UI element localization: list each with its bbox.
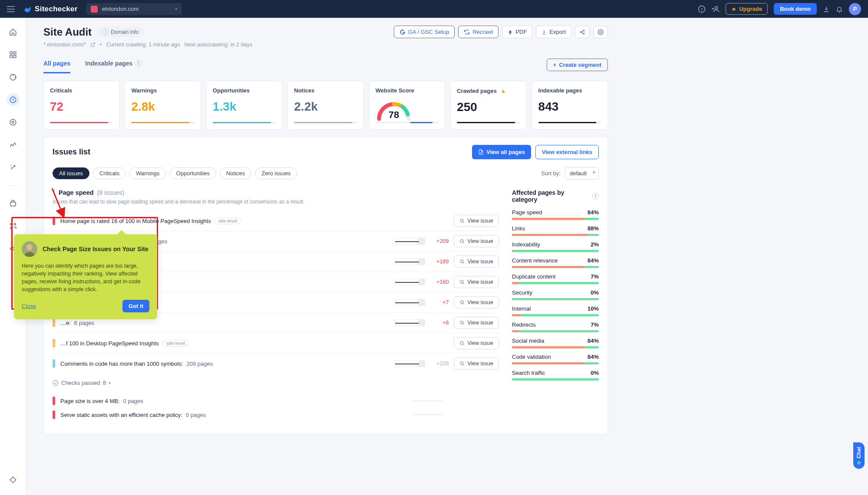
chevron-down-icon: ▾ bbox=[109, 380, 111, 385]
svg-point-10 bbox=[12, 121, 14, 124]
export-label: Export bbox=[549, 29, 566, 35]
sidebar-dashboard-icon[interactable] bbox=[7, 48, 20, 61]
sidebar-tracker-icon[interactable] bbox=[7, 71, 20, 84]
sparkline bbox=[395, 299, 425, 306]
sidebar-diamond-icon[interactable] bbox=[7, 473, 20, 486]
sidebar-rank-icon[interactable] bbox=[7, 138, 20, 151]
view-issue-button[interactable]: View issue bbox=[454, 256, 499, 268]
popover-title: Check Page Size Issues on Your Site bbox=[43, 246, 149, 252]
card-website-score[interactable]: Website Score 78 bbox=[369, 81, 445, 130]
group-count: (8 issues) bbox=[97, 189, 125, 196]
category-item[interactable]: Indexability2% bbox=[512, 241, 599, 252]
logo-text: Sitechecker bbox=[35, 5, 78, 13]
chat-button[interactable]: Chat bbox=[853, 443, 865, 469]
card-warnings[interactable]: Warnings 2.8k bbox=[125, 81, 201, 130]
filter-pill[interactable]: Criticals bbox=[93, 167, 126, 179]
ga-gsc-button[interactable]: GA / GSC Setup bbox=[394, 26, 455, 38]
filter-pill[interactable]: Opportunities bbox=[170, 167, 216, 179]
tab-indexable-label: Indexable pages bbox=[85, 60, 132, 67]
card-value: 2.2k bbox=[294, 100, 357, 114]
card-crawled-pages[interactable]: Crawled pages ▲ 250 bbox=[450, 81, 526, 130]
issue-group-title[interactable]: ˄ Page speed (8 issues) bbox=[53, 189, 499, 196]
filter-pill[interactable]: Zero issues bbox=[255, 167, 297, 179]
svg-point-25 bbox=[460, 260, 463, 263]
download-icon[interactable] bbox=[823, 6, 830, 13]
help-icon[interactable]: ? bbox=[698, 5, 706, 13]
view-issue-button[interactable]: View issue bbox=[454, 337, 499, 349]
pdf-label: PDF bbox=[515, 29, 527, 35]
popover-gotit-button[interactable]: Got it bbox=[122, 300, 149, 312]
category-bar bbox=[512, 250, 599, 252]
export-button[interactable]: Export bbox=[536, 26, 571, 38]
popover-close-button[interactable]: Close bbox=[22, 303, 36, 309]
category-name: Internal bbox=[512, 305, 531, 312]
external-link-icon[interactable] bbox=[90, 42, 96, 47]
tab-all-pages[interactable]: All pages bbox=[43, 56, 70, 73]
tab-indexable-pages[interactable]: Indexable pages i bbox=[85, 56, 142, 73]
topnav-actions: ? Upgrade Book demo P bbox=[698, 3, 861, 15]
user-avatar[interactable]: P bbox=[849, 3, 861, 15]
card-indexable-pages[interactable]: Indexable pages 843 bbox=[532, 81, 608, 130]
category-pct: 0% bbox=[591, 370, 599, 376]
severity-badge bbox=[53, 359, 55, 368]
add-user-icon[interactable] bbox=[712, 5, 719, 13]
view-issue-button[interactable]: View issue bbox=[454, 215, 499, 227]
category-item[interactable]: Links88% bbox=[512, 225, 599, 236]
card-label: Website Score bbox=[376, 87, 439, 94]
logo[interactable]: Sitechecker bbox=[23, 4, 78, 14]
share-button[interactable] bbox=[575, 26, 590, 38]
bell-icon[interactable] bbox=[836, 6, 843, 13]
sidebar-home-icon[interactable] bbox=[7, 26, 20, 39]
sort-select[interactable]: default bbox=[565, 167, 599, 180]
category-item[interactable]: Code validation84% bbox=[512, 354, 599, 364]
category-item[interactable]: Search traffic0% bbox=[512, 370, 599, 380]
view-all-pages-button[interactable]: View all pages bbox=[472, 145, 531, 159]
book-demo-button[interactable]: Book demo bbox=[774, 3, 817, 15]
category-item[interactable]: Internal10% bbox=[512, 305, 599, 316]
view-issue-button[interactable]: View issue bbox=[454, 317, 499, 329]
info-icon[interactable]: i bbox=[592, 193, 599, 200]
sparkline bbox=[395, 258, 425, 265]
category-name: Social media bbox=[512, 338, 544, 344]
filter-pill[interactable]: Warnings bbox=[129, 167, 166, 179]
view-external-links-button[interactable]: View external links bbox=[535, 145, 599, 159]
category-item[interactable]: Content relevance84% bbox=[512, 257, 599, 268]
domain-selector[interactable]: elnlondon.com ▾ bbox=[86, 3, 182, 15]
hamburger-icon[interactable] bbox=[7, 6, 17, 12]
category-bar bbox=[512, 218, 599, 220]
card-label: Indexable pages bbox=[538, 87, 601, 94]
group-description: Issues that can lead to slow page loadin… bbox=[53, 199, 499, 205]
checks-passed[interactable]: Checks passed: 8 ▾ bbox=[53, 380, 499, 386]
create-segment-label: Create segment bbox=[559, 62, 601, 68]
filter-pill[interactable]: All issues bbox=[53, 167, 89, 179]
category-item[interactable]: Security0% bbox=[512, 289, 599, 300]
severity-badge bbox=[53, 397, 55, 405]
info-icon[interactable]: i bbox=[135, 60, 142, 67]
filter-pill[interactable]: Notices bbox=[220, 167, 251, 179]
page-title: Site Audit bbox=[43, 26, 92, 38]
view-issue-button[interactable]: View issue bbox=[454, 357, 499, 370]
pdf-button[interactable]: PDF bbox=[502, 26, 532, 38]
create-segment-button[interactable]: + Create segment bbox=[547, 59, 608, 71]
category-item[interactable]: Duplicate content7% bbox=[512, 273, 599, 284]
page-header: Site Audit i Domain info GA / GSC Setup … bbox=[43, 26, 608, 38]
view-issue-button[interactable]: View issue bbox=[454, 235, 499, 247]
recrawl-button[interactable]: Recrawl bbox=[458, 26, 498, 38]
card-criticals[interactable]: Criticals 72 bbox=[43, 81, 119, 130]
issue-row: …f 100 in Desktop PageSpeed Insights sit… bbox=[53, 333, 499, 354]
sidebar-apps-icon[interactable] bbox=[7, 220, 20, 233]
domain-info-button[interactable]: i Domain info bbox=[97, 26, 144, 37]
sidebar-audit-icon[interactable] bbox=[7, 93, 20, 106]
settings-button[interactable] bbox=[593, 26, 608, 38]
sidebar-tools-icon[interactable] bbox=[7, 197, 20, 210]
card-opportunities[interactable]: Opportunities 1.3k bbox=[206, 81, 282, 130]
category-item[interactable]: Page speed84% bbox=[512, 209, 599, 220]
card-notices[interactable]: Notices 2.2k bbox=[287, 81, 363, 130]
sidebar-magic-icon[interactable] bbox=[7, 161, 20, 174]
category-item[interactable]: Redirects7% bbox=[512, 321, 599, 332]
view-issue-button[interactable]: View issue bbox=[454, 296, 499, 308]
category-item[interactable]: Social media84% bbox=[512, 338, 599, 348]
view-issue-button[interactable]: View issue bbox=[454, 276, 499, 288]
sidebar-monitor-icon[interactable] bbox=[7, 116, 20, 129]
upgrade-button[interactable]: Upgrade bbox=[726, 3, 768, 15]
